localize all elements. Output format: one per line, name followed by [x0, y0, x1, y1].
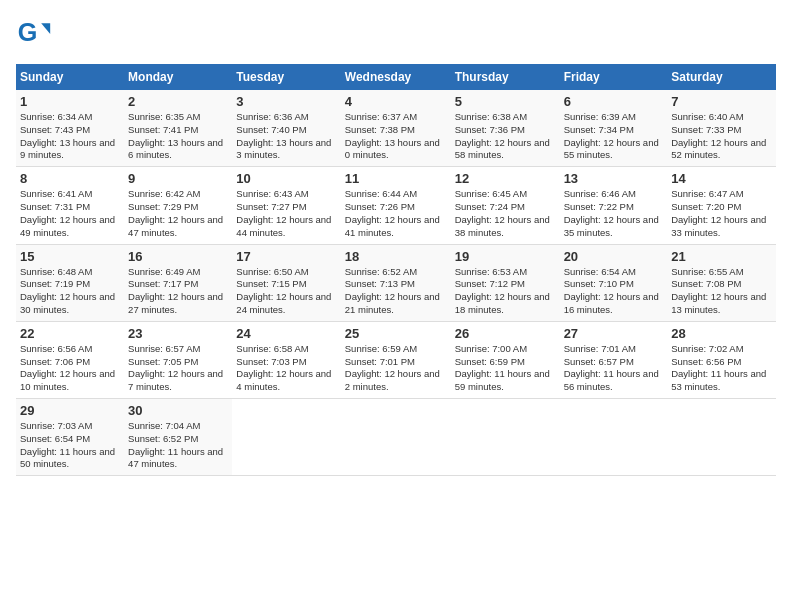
calendar-table: Sunday Monday Tuesday Wednesday Thursday… — [16, 64, 776, 476]
day-number: 26 — [455, 326, 556, 341]
calendar-cell: 16 Sunrise: 6:49 AMSunset: 7:17 PMDaylig… — [124, 244, 232, 321]
calendar-week-4: 22 Sunrise: 6:56 AMSunset: 7:06 PMDaylig… — [16, 321, 776, 398]
day-info: Sunrise: 6:36 AMSunset: 7:40 PMDaylight:… — [236, 111, 336, 162]
col-thursday: Thursday — [451, 64, 560, 90]
col-saturday: Saturday — [667, 64, 776, 90]
day-info: Sunrise: 6:37 AMSunset: 7:38 PMDaylight:… — [345, 111, 447, 162]
calendar-cell: 11 Sunrise: 6:44 AMSunset: 7:26 PMDaylig… — [341, 167, 451, 244]
calendar-cell: 23 Sunrise: 6:57 AMSunset: 7:05 PMDaylig… — [124, 321, 232, 398]
day-info: Sunrise: 6:44 AMSunset: 7:26 PMDaylight:… — [345, 188, 447, 239]
calendar-cell — [560, 399, 668, 476]
day-info: Sunrise: 6:40 AMSunset: 7:33 PMDaylight:… — [671, 111, 772, 162]
calendar-cell — [232, 399, 340, 476]
col-sunday: Sunday — [16, 64, 124, 90]
day-info: Sunrise: 6:35 AMSunset: 7:41 PMDaylight:… — [128, 111, 228, 162]
day-number: 30 — [128, 403, 228, 418]
logo: G — [16, 16, 56, 52]
day-number: 29 — [20, 403, 120, 418]
calendar-cell: 18 Sunrise: 6:52 AMSunset: 7:13 PMDaylig… — [341, 244, 451, 321]
calendar-cell: 26 Sunrise: 7:00 AMSunset: 6:59 PMDaylig… — [451, 321, 560, 398]
day-info: Sunrise: 6:47 AMSunset: 7:20 PMDaylight:… — [671, 188, 772, 239]
day-number: 20 — [564, 249, 664, 264]
day-number: 3 — [236, 94, 336, 109]
calendar-cell: 17 Sunrise: 6:50 AMSunset: 7:15 PMDaylig… — [232, 244, 340, 321]
calendar-cell: 24 Sunrise: 6:58 AMSunset: 7:03 PMDaylig… — [232, 321, 340, 398]
col-wednesday: Wednesday — [341, 64, 451, 90]
day-info: Sunrise: 7:03 AMSunset: 6:54 PMDaylight:… — [20, 420, 120, 471]
day-info: Sunrise: 6:43 AMSunset: 7:27 PMDaylight:… — [236, 188, 336, 239]
day-number: 18 — [345, 249, 447, 264]
day-info: Sunrise: 6:59 AMSunset: 7:01 PMDaylight:… — [345, 343, 447, 394]
day-info: Sunrise: 6:38 AMSunset: 7:36 PMDaylight:… — [455, 111, 556, 162]
calendar-week-3: 15 Sunrise: 6:48 AMSunset: 7:19 PMDaylig… — [16, 244, 776, 321]
day-info: Sunrise: 6:55 AMSunset: 7:08 PMDaylight:… — [671, 266, 772, 317]
calendar-cell: 12 Sunrise: 6:45 AMSunset: 7:24 PMDaylig… — [451, 167, 560, 244]
calendar-cell: 13 Sunrise: 6:46 AMSunset: 7:22 PMDaylig… — [560, 167, 668, 244]
page-header: G — [16, 16, 776, 52]
day-number: 9 — [128, 171, 228, 186]
day-info: Sunrise: 6:57 AMSunset: 7:05 PMDaylight:… — [128, 343, 228, 394]
calendar-cell — [341, 399, 451, 476]
day-info: Sunrise: 6:49 AMSunset: 7:17 PMDaylight:… — [128, 266, 228, 317]
calendar-cell: 28 Sunrise: 7:02 AMSunset: 6:56 PMDaylig… — [667, 321, 776, 398]
day-number: 28 — [671, 326, 772, 341]
day-number: 6 — [564, 94, 664, 109]
svg-marker-1 — [41, 23, 50, 34]
day-info: Sunrise: 7:02 AMSunset: 6:56 PMDaylight:… — [671, 343, 772, 394]
calendar-week-2: 8 Sunrise: 6:41 AMSunset: 7:31 PMDayligh… — [16, 167, 776, 244]
day-number: 14 — [671, 171, 772, 186]
day-info: Sunrise: 6:39 AMSunset: 7:34 PMDaylight:… — [564, 111, 664, 162]
calendar-cell: 2 Sunrise: 6:35 AMSunset: 7:41 PMDayligh… — [124, 90, 232, 167]
calendar-cell: 20 Sunrise: 6:54 AMSunset: 7:10 PMDaylig… — [560, 244, 668, 321]
calendar-cell: 14 Sunrise: 6:47 AMSunset: 7:20 PMDaylig… — [667, 167, 776, 244]
col-friday: Friday — [560, 64, 668, 90]
day-info: Sunrise: 7:04 AMSunset: 6:52 PMDaylight:… — [128, 420, 228, 471]
calendar-cell: 5 Sunrise: 6:38 AMSunset: 7:36 PMDayligh… — [451, 90, 560, 167]
day-number: 17 — [236, 249, 336, 264]
calendar-cell: 25 Sunrise: 6:59 AMSunset: 7:01 PMDaylig… — [341, 321, 451, 398]
day-info: Sunrise: 6:41 AMSunset: 7:31 PMDaylight:… — [20, 188, 120, 239]
calendar-week-1: 1 Sunrise: 6:34 AMSunset: 7:43 PMDayligh… — [16, 90, 776, 167]
day-info: Sunrise: 7:01 AMSunset: 6:57 PMDaylight:… — [564, 343, 664, 394]
day-number: 2 — [128, 94, 228, 109]
day-info: Sunrise: 6:48 AMSunset: 7:19 PMDaylight:… — [20, 266, 120, 317]
calendar-cell: 4 Sunrise: 6:37 AMSunset: 7:38 PMDayligh… — [341, 90, 451, 167]
calendar-body: 1 Sunrise: 6:34 AMSunset: 7:43 PMDayligh… — [16, 90, 776, 476]
day-number: 7 — [671, 94, 772, 109]
logo-icon: G — [16, 16, 52, 52]
day-number: 23 — [128, 326, 228, 341]
day-info: Sunrise: 6:34 AMSunset: 7:43 PMDaylight:… — [20, 111, 120, 162]
day-info: Sunrise: 6:42 AMSunset: 7:29 PMDaylight:… — [128, 188, 228, 239]
day-number: 11 — [345, 171, 447, 186]
calendar-cell: 19 Sunrise: 6:53 AMSunset: 7:12 PMDaylig… — [451, 244, 560, 321]
day-info: Sunrise: 6:56 AMSunset: 7:06 PMDaylight:… — [20, 343, 120, 394]
day-number: 12 — [455, 171, 556, 186]
calendar-cell: 1 Sunrise: 6:34 AMSunset: 7:43 PMDayligh… — [16, 90, 124, 167]
day-number: 16 — [128, 249, 228, 264]
day-info: Sunrise: 6:45 AMSunset: 7:24 PMDaylight:… — [455, 188, 556, 239]
day-number: 27 — [564, 326, 664, 341]
calendar-cell: 9 Sunrise: 6:42 AMSunset: 7:29 PMDayligh… — [124, 167, 232, 244]
col-tuesday: Tuesday — [232, 64, 340, 90]
day-number: 22 — [20, 326, 120, 341]
day-number: 4 — [345, 94, 447, 109]
header-row: Sunday Monday Tuesday Wednesday Thursday… — [16, 64, 776, 90]
calendar-cell: 22 Sunrise: 6:56 AMSunset: 7:06 PMDaylig… — [16, 321, 124, 398]
col-monday: Monday — [124, 64, 232, 90]
svg-text:G: G — [18, 18, 38, 46]
day-number: 5 — [455, 94, 556, 109]
calendar-cell: 29 Sunrise: 7:03 AMSunset: 6:54 PMDaylig… — [16, 399, 124, 476]
calendar-cell: 8 Sunrise: 6:41 AMSunset: 7:31 PMDayligh… — [16, 167, 124, 244]
calendar-cell: 27 Sunrise: 7:01 AMSunset: 6:57 PMDaylig… — [560, 321, 668, 398]
day-number: 1 — [20, 94, 120, 109]
calendar-week-5: 29 Sunrise: 7:03 AMSunset: 6:54 PMDaylig… — [16, 399, 776, 476]
calendar-cell: 30 Sunrise: 7:04 AMSunset: 6:52 PMDaylig… — [124, 399, 232, 476]
day-number: 25 — [345, 326, 447, 341]
day-number: 24 — [236, 326, 336, 341]
calendar-cell: 3 Sunrise: 6:36 AMSunset: 7:40 PMDayligh… — [232, 90, 340, 167]
calendar-cell: 10 Sunrise: 6:43 AMSunset: 7:27 PMDaylig… — [232, 167, 340, 244]
day-number: 19 — [455, 249, 556, 264]
calendar-cell — [451, 399, 560, 476]
day-info: Sunrise: 6:52 AMSunset: 7:13 PMDaylight:… — [345, 266, 447, 317]
day-info: Sunrise: 6:54 AMSunset: 7:10 PMDaylight:… — [564, 266, 664, 317]
